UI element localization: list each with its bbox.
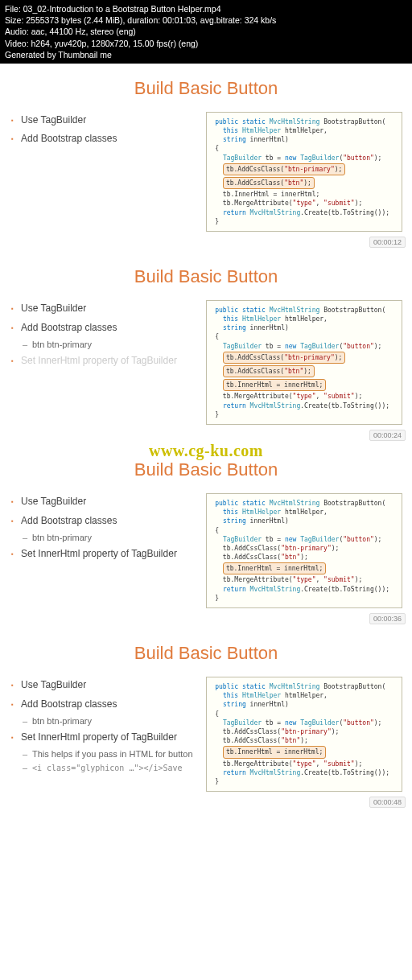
code-line: tb.InnerHtml = innerHtml; xyxy=(212,190,397,199)
bullet-item: Use TagBuilder xyxy=(10,677,198,694)
bullet-list: Use TagBuilderAdd Bootstrap classesbtn b… xyxy=(10,677,198,775)
bullet-item: Add Bootstrap classes xyxy=(10,513,198,530)
slide-title: Build Basic Button xyxy=(10,643,402,664)
code-line: this HtmlHelper htmlHelper, xyxy=(212,126,397,135)
code-snippet: public static MvcHtmlString BootstrapBut… xyxy=(206,677,402,792)
code-line: tb.MergeAttribute("type", "submit"); xyxy=(212,199,397,208)
code-line: { xyxy=(212,332,397,341)
sub-bullet-item: <i class="glyphicon …"></i>Save xyxy=(10,762,198,775)
code-line: tb.AddCssClass("btn-primary"); xyxy=(212,544,397,553)
code-line: return MvcHtmlString.Create(tb.ToString(… xyxy=(212,401,397,410)
meta-video: Video: h264, yuv420p, 1280x720, 15.00 fp… xyxy=(5,38,407,49)
code-line: tb.AddCssClass("btn"); xyxy=(212,553,397,562)
code-line: } xyxy=(212,777,397,786)
sub-bullet-item: btn btn-primary xyxy=(10,714,198,729)
code-line: tb.InnerHtml = innerHtml; xyxy=(212,562,397,575)
code-line: tb.AddCssClass("btn"); xyxy=(212,364,397,378)
code-line: return MvcHtmlString.Create(tb.ToString(… xyxy=(212,768,397,777)
code-snippet: public static MvcHtmlString BootstrapBut… xyxy=(206,112,402,232)
code-snippet: public static MvcHtmlString BootstrapBut… xyxy=(206,300,402,425)
timestamp-label: 00:00:24 xyxy=(369,430,406,441)
code-line: string innerHtml) xyxy=(212,517,397,525)
code-line: { xyxy=(212,144,397,153)
thumbnail-slide: Build Basic ButtonUse TagBuilderAdd Boot… xyxy=(0,628,412,812)
code-line: tb.InnerHtml = innerHtml; xyxy=(212,378,397,392)
thumbnail-slide: Build Basic ButtonUse TagBuilderAdd Boot… xyxy=(0,64,412,252)
code-line: } xyxy=(212,217,397,226)
code-line: tb.AddCssClass("btn"); xyxy=(212,736,397,745)
code-line: { xyxy=(212,526,397,535)
bullet-item: Set InnerHtml property of TagBuilder xyxy=(10,352,198,370)
code-line: string innerHtml) xyxy=(212,135,397,144)
code-snippet: public static MvcHtmlString BootstrapBut… xyxy=(206,493,402,608)
slide-title: Build Basic Button xyxy=(10,78,402,99)
timestamp-label: 00:00:36 xyxy=(369,613,406,624)
bullet-list: Use TagBuilderAdd Bootstrap classesbtn b… xyxy=(10,300,198,371)
meta-size: Size: 2555373 bytes (2.44 MiB), duration… xyxy=(5,14,407,26)
sub-bullet-item: btn btn-primary xyxy=(10,338,198,352)
bullet-item: Add Bootstrap classes xyxy=(10,130,198,148)
video-meta-header: File: 03_02-Introduction to a Bootstrap … xyxy=(0,0,412,64)
code-line: public static MvcHtmlString BootstrapBut… xyxy=(212,117,397,126)
code-line: this HtmlHelper htmlHelper, xyxy=(212,315,397,323)
code-line: this HtmlHelper htmlHelper, xyxy=(212,508,397,517)
thumbnail-grid: www.cg-ku.com Build Basic ButtonUse TagB… xyxy=(0,64,412,812)
code-line: } xyxy=(212,410,397,419)
code-line: TagBuilder tb = new TagBuilder("button")… xyxy=(212,154,397,163)
code-line: TagBuilder tb = new TagBuilder("button")… xyxy=(212,719,397,727)
bullet-item: Use TagBuilder xyxy=(10,300,198,318)
code-line: tb.MergeAttribute("type", "submit"); xyxy=(212,760,397,768)
code-line: string innerHtml) xyxy=(212,323,397,332)
code-line: string innerHtml) xyxy=(212,700,397,709)
code-line: tb.AddCssClass("btn-primary"); xyxy=(212,727,397,736)
code-line: TagBuilder tb = new TagBuilder("button")… xyxy=(212,535,397,544)
meta-audio: Audio: aac, 44100 Hz, stereo (eng) xyxy=(5,26,407,37)
bullet-item: Add Bootstrap classes xyxy=(10,696,198,714)
code-line: { xyxy=(212,710,397,719)
code-line: tb.InnerHtml = innerHtml; xyxy=(212,745,397,759)
code-line: tb.AddCssClass("btn"); xyxy=(212,176,397,190)
code-line: tb.MergeAttribute("type", "submit"); xyxy=(212,575,397,584)
code-line: } xyxy=(212,594,397,603)
bullet-item: Set InnerHtml property of TagBuilder xyxy=(10,729,198,747)
timestamp-label: 00:00:12 xyxy=(369,237,406,248)
code-line: tb.AddCssClass("btn-primary"); xyxy=(212,163,397,176)
slide-title: Build Basic Button xyxy=(10,266,402,287)
slide-title: Build Basic Button xyxy=(10,459,402,480)
code-line: return MvcHtmlString.Create(tb.ToString(… xyxy=(212,208,397,217)
bullet-item: Set InnerHtml property of TagBuilder xyxy=(10,546,198,563)
code-line: tb.MergeAttribute("type", "submit"); xyxy=(212,392,397,401)
sub-bullet-item: This helps if you pass in HTML for butto… xyxy=(10,747,198,762)
code-line: public static MvcHtmlString BootstrapBut… xyxy=(212,682,397,691)
code-line: public static MvcHtmlString BootstrapBut… xyxy=(212,306,397,315)
code-line: TagBuilder tb = new TagBuilder("button")… xyxy=(212,342,397,351)
bullet-list: Use TagBuilderAdd Bootstrap classes xyxy=(10,112,198,150)
thumbnail-slide: Build Basic ButtonUse TagBuilderAdd Boot… xyxy=(0,252,412,445)
code-line: public static MvcHtmlString BootstrapBut… xyxy=(212,499,397,508)
thumbnail-slide: Build Basic ButtonUse TagBuilderAdd Boot… xyxy=(0,445,412,628)
watermark-text: www.cg-ku.com xyxy=(149,442,263,460)
meta-file: File: 03_02-Introduction to a Bootstrap … xyxy=(5,3,407,14)
timestamp-label: 00:00:48 xyxy=(369,797,406,808)
bullet-item: Use TagBuilder xyxy=(10,112,198,130)
code-line: this HtmlHelper htmlHelper, xyxy=(212,691,397,700)
bullet-list: Use TagBuilderAdd Bootstrap classesbtn b… xyxy=(10,493,198,564)
code-line: return MvcHtmlString.Create(tb.ToString(… xyxy=(212,585,397,594)
sub-bullet-item: btn btn-primary xyxy=(10,531,198,546)
bullet-item: Add Bootstrap classes xyxy=(10,319,198,337)
code-line: tb.AddCssClass("btn-primary"); xyxy=(212,351,397,364)
bullet-item: Use TagBuilder xyxy=(10,493,198,511)
meta-generated: Generated by Thumbnail me xyxy=(5,49,407,60)
